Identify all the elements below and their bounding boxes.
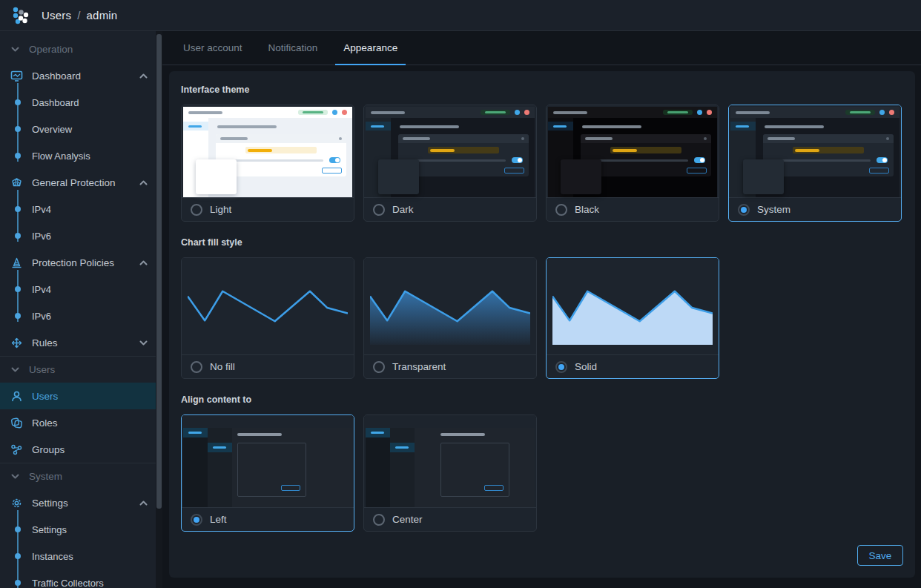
sidebar-section-operation[interactable]: Operation [0,36,156,62]
sidebar-item-protection-policies[interactable]: Protection Policies [0,249,156,276]
tab-appearance[interactable]: Appearance [335,31,406,65]
breadcrumb-page: admin [87,9,118,22]
align-option-left[interactable]: Left [181,414,354,532]
chart-fill-option-nofill[interactable]: No fill [181,257,354,379]
group-icon [10,443,23,456]
tab-user-account[interactable]: User account [175,31,251,65]
chevron-down-icon [10,44,20,54]
sidebar-subitem-flow-analysis[interactable]: Flow Analysis [0,142,156,169]
sidebar-subitem-settings[interactable]: Settings [0,516,156,543]
sidebar-subitem-pp-ipv4[interactable]: IPv4 [0,276,156,303]
theme-preview-dark [364,105,536,197]
option-label: Dark [392,204,414,215]
radio-fill-transparent[interactable] [373,361,385,373]
option-label: Black [575,204,599,215]
sidebar-scrollbar[interactable] [156,31,162,588]
sidebar-section-system[interactable]: System [0,463,156,489]
sidebar-subitem-dashboard[interactable]: Dashboard [0,89,156,116]
masks-icon [10,417,23,429]
theme-option-system[interactable]: System [728,105,902,222]
sidebar-nav: Operation Dashboard Dashboard Overview F… [0,31,156,588]
chart-preview-transparent [364,258,536,354]
align-preview-center [364,415,536,507]
protection-policies-subitems: IPv4 IPv6 [0,276,156,329]
tab-notification[interactable]: Notification [260,31,326,65]
chart-fill-option-solid[interactable]: Solid [546,257,719,379]
chart-fill-option-transparent[interactable]: Transparent [363,257,537,379]
section-label: Operation [29,44,73,55]
theme-preview-light [182,105,354,197]
chevron-up-icon [139,258,148,268]
cluster-shield-icon [10,176,23,189]
option-label: Left [210,514,227,525]
option-label: Center [392,514,423,525]
breadcrumb-section: Users [42,9,71,22]
sidebar-item-rules[interactable]: Rules [0,329,156,356]
cone-icon [10,257,23,269]
radio-align-center[interactable] [373,514,385,526]
option-label: No fill [210,361,235,372]
sidebar-item-roles[interactable]: Roles [0,409,156,436]
chart-preview-solid [547,258,719,354]
section-interface-theme: Interface theme [181,82,903,222]
item-label: Dashboard [32,70,130,82]
theme-option-light[interactable]: Light [181,105,354,222]
chevron-down-icon [139,338,148,348]
section-title: Align content to [181,394,903,405]
radio-fill-solid[interactable] [555,361,567,373]
sidebar-scrollbar-thumb[interactable] [156,34,162,509]
item-label: Roles [32,417,148,429]
radio-theme-system[interactable] [738,204,750,216]
option-label: Solid [575,361,597,372]
section-align-content: Align content to [181,392,903,532]
chevron-down-icon [10,365,20,374]
sidebar-section-users[interactable]: Users [0,356,156,383]
option-label: Transparent [392,361,446,372]
dashboard-icon [10,70,23,82]
chart-preview-nofill [182,258,354,354]
item-label: General Protection [32,177,130,188]
section-chart-fill: Chart fill style No fill [181,234,903,379]
sidebar-subitem-pp-ipv6[interactable]: IPv6 [0,303,156,329]
item-label: Settings [32,498,130,509]
appearance-panel: Interface theme [169,71,915,578]
theme-preview-system [729,105,901,197]
gear-icon [10,497,23,509]
app-header: Users / admin [0,0,921,31]
sidebar-item-general-protection[interactable]: General Protection [0,169,156,196]
save-button[interactable]: Save [857,545,903,566]
sidebar-subitem-gp-ipv6[interactable]: IPv6 [0,222,156,249]
theme-option-black[interactable]: Black [546,105,719,222]
general-protection-subitems: IPv4 IPv6 [0,196,156,249]
settings-subitems: Settings Instances Traffic Collectors [0,516,156,588]
breadcrumb-separator: / [77,9,80,22]
chevron-down-icon [10,472,20,481]
align-preview-left [182,415,354,507]
item-label: Rules [32,337,130,348]
section-title: Interface theme [181,85,903,95]
sidebar-item-settings[interactable]: Settings [0,489,156,516]
radio-theme-light[interactable] [191,204,202,216]
sidebar-subitem-traffic-collectors[interactable]: Traffic Collectors [0,569,156,588]
option-label: System [757,204,790,215]
radio-fill-nofill[interactable] [191,361,202,373]
section-label: Users [29,364,55,375]
sidebar-subitem-gp-ipv4[interactable]: IPv4 [0,196,156,222]
option-label: Light [210,204,231,215]
sidebar-subitem-instances[interactable]: Instances [0,543,156,569]
section-title: Chart fill style [181,237,903,248]
theme-option-dark[interactable]: Dark [363,105,537,222]
tab-bar: User account Notification Appearance [162,31,921,65]
radio-theme-dark[interactable] [373,204,385,216]
chevron-up-icon [139,498,148,508]
sidebar-item-users[interactable]: Users [0,383,156,409]
align-option-center[interactable]: Center [363,414,537,532]
sidebar-subitem-overview[interactable]: Overview [0,116,156,142]
radio-theme-black[interactable] [555,204,567,216]
sidebar-item-groups[interactable]: Groups [0,436,156,463]
sidebar-item-dashboard[interactable]: Dashboard [0,62,156,89]
item-label: Protection Policies [32,257,130,268]
radio-align-left[interactable] [191,514,202,526]
theme-preview-black [547,105,719,197]
chevron-up-icon [139,178,148,188]
